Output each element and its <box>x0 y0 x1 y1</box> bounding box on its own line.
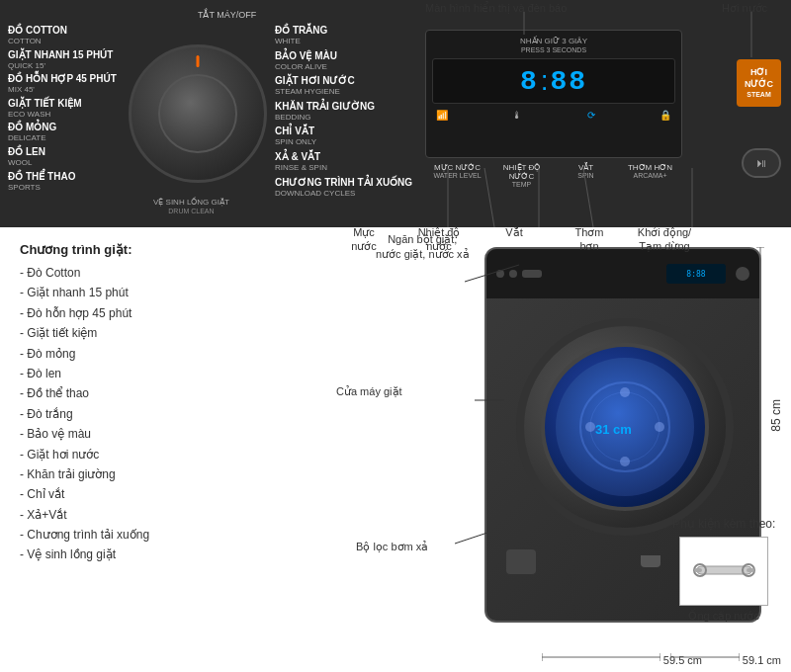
list-item: - Bảo vệ màu <box>20 424 311 444</box>
svg-point-9 <box>620 387 630 397</box>
program-cotton[interactable]: ĐỒ COTTON COTTON <box>8 25 117 46</box>
hose-image <box>692 551 756 591</box>
wifi-icon: 📶 <box>436 110 448 121</box>
temp-icon: 🌡 <box>512 110 522 121</box>
width1-line <box>542 650 660 664</box>
status-indicators: 📶 🌡 ⟳ 🔒 <box>432 110 675 121</box>
program-list: - Đò Cotton - Giặt nhanh 15 phút - Đò hỗ… <box>20 263 311 565</box>
program-bedding[interactable]: KHĂN TRẢI GIƯỜNG BEDDING <box>275 101 412 123</box>
program-eco[interactable]: GIẶT TIẾT KIỆM ECO WASH <box>8 98 117 120</box>
width2-line <box>670 650 740 664</box>
filter-label: Bộ lọc bơm xả <box>356 541 428 553</box>
start-pause-button[interactable]: ⏯ <box>742 148 781 178</box>
steam-button[interactable]: HƠI NƯỚC STEAM <box>737 59 781 107</box>
start-pause-annotation: Khởi động/Tạm dừng <box>627 225 702 254</box>
list-item: - Đò Cotton <box>20 263 311 283</box>
door-label: Cửa máy giặt <box>336 385 402 398</box>
water-level-annotation: Mựcnước <box>326 225 401 254</box>
main-content: Chương trình giặt: - Đò Cotton - Giặt nh… <box>0 227 791 672</box>
dial-indicator <box>197 55 200 67</box>
machine-knob <box>522 270 542 278</box>
list-item: - Đò trắng <box>20 404 311 424</box>
list-item: - Giặt nhanh 15 phút <box>20 283 311 302</box>
accessory-section: Phụ kiện kèm theo: Ống cấp nước <box>672 517 775 623</box>
height-label: 85 cm <box>769 399 783 432</box>
dial-inner-ring <box>158 74 237 153</box>
program-title: Chương trình giặt: <box>20 242 311 257</box>
arcama-label[interactable]: THƠM HƠN ARCAMA+ <box>618 163 682 188</box>
width2-label: 59.1 cm <box>743 654 781 666</box>
program-spin-only[interactable]: CHỈ VẮT SPIN ONLY <box>275 126 412 147</box>
digit-right: 88 <box>550 66 587 97</box>
machine-button <box>736 267 749 281</box>
program-steam-hygiene[interactable]: GIẶT HƠI NƯỚC STEAM HYGIENE <box>275 75 412 97</box>
list-item: - Giặt tiết kiệm <box>20 323 311 343</box>
display-annotation-label: Màn hình hiển thị và đèn báo <box>425 2 567 15</box>
list-item: - Xả+Vắt <box>20 505 311 525</box>
program-download[interactable]: CHƯƠNG TRÌNH TẢI XUỐNG DOWNLOAD CYCLES <box>275 177 412 199</box>
control-bottom-labels: Mực nước WATER LEVEL NHIỆT ĐỘ NƯỚC TEMP … <box>425 163 682 188</box>
steam-annotation-label: Hơi nước <box>722 2 767 15</box>
tat-may-label: TẮT MÁY/OFF <box>198 10 256 20</box>
program-mix45[interactable]: ĐỒ HỖN HỢP 45 PHÚT MIX 45' <box>8 73 117 95</box>
spin-label[interactable]: VẮT SPIN <box>554 163 618 188</box>
temp-annotation: Nhiệt độnước <box>401 225 477 254</box>
press-instruction: NHẤN GIỮ 3 GIÂY PRESS 3 SECONDS <box>432 37 675 54</box>
list-item: - Chương trình tải xuống <box>20 525 311 545</box>
machine-display: 8:88 <box>666 264 726 284</box>
machine-dot-1 <box>496 270 504 278</box>
list-item: - Đò len <box>20 364 311 383</box>
accessory-box <box>679 537 768 606</box>
control-panel: TẮT MÁY/OFF ĐỒ COTTON COTTON GIẶT NHANH … <box>0 0 791 227</box>
program-white[interactable]: ĐỒ TRẮNG WHITE <box>275 25 412 46</box>
machine-illustration-panel: Ngăn bột giặt,nước giặt, nước xả 8:88 <box>326 227 791 672</box>
left-program-labels: ĐỒ COTTON COTTON GIẶT NHANH 15 PHÚT QUIC… <box>8 25 117 192</box>
play-pause-icon: ⏯ <box>755 156 767 170</box>
drum-clean-label: VỆ SINH LỒNG GIẶT DRUM CLEAN <box>153 198 229 215</box>
list-item: - Đồ thể thao <box>20 383 311 403</box>
list-item: - Giặt hơi nước <box>20 445 311 464</box>
right-program-labels: ĐỒ TRẮNG WHITE BẢO VỆ MÀU COLOR ALIVE GI… <box>275 25 412 198</box>
water-level-label[interactable]: Mực nước WATER LEVEL <box>425 163 489 188</box>
program-delicate[interactable]: ĐỒ MỎNG DELICATE <box>8 122 117 143</box>
svg-rect-28 <box>694 568 702 572</box>
filter-cover <box>506 549 536 574</box>
colon-separator: : <box>541 65 549 97</box>
bottom-control-annotations: Mựcnước Nhiệt độnước Vắt Thơmhơn Khởi độ… <box>326 225 702 254</box>
accessory-item-label: Ống cấp nước <box>672 610 775 623</box>
display-panel: NHẤN GIỮ 3 GIÂY PRESS 3 SECONDS 8 : 88 📶… <box>425 30 682 158</box>
spin-annotation: Vắt <box>477 225 552 254</box>
machine-dot-2 <box>509 270 517 278</box>
machine-top-panel: 8:88 <box>486 249 759 298</box>
list-item: - Vệ sinh lồng giặt <box>20 545 311 564</box>
program-color-alive[interactable]: BẢO VỆ MÀU COLOR ALIVE <box>275 50 412 72</box>
list-item: - Đò hỗn hợp 45 phút <box>20 303 311 323</box>
spin-icon: ⟳ <box>587 110 595 121</box>
program-wool[interactable]: ĐỒ LEN WOOL <box>8 146 117 168</box>
time-display: 8 : 88 <box>432 58 675 104</box>
thom-hon-annotation: Thơmhơn <box>552 225 627 254</box>
svg-point-10 <box>655 422 664 432</box>
svg-point-12 <box>585 422 595 432</box>
program-quick15[interactable]: GIẶT NHANH 15 PHÚT QUICK 15' <box>8 49 117 71</box>
digit-left: 8 <box>520 66 539 97</box>
program-list-panel: Chương trình giặt: - Đò Cotton - Giặt nh… <box>0 227 326 672</box>
width2-dimension: 59.1 cm <box>670 650 781 667</box>
program-rinse-spin[interactable]: XẢ & VẮT RINSE & SPIN <box>275 151 412 173</box>
list-item: - Đò mỏng <box>20 344 311 364</box>
door-diameter-label: 31 cm <box>595 422 632 437</box>
list-item: - Chỉ vắt <box>20 484 311 504</box>
svg-point-11 <box>620 457 630 466</box>
temp-label[interactable]: NHIỆT ĐỘ NƯỚC TEMP <box>489 163 554 188</box>
lock-icon: 🔒 <box>659 110 671 121</box>
program-dial[interactable] <box>129 44 267 183</box>
accessory-title: Phụ kiện kèm theo: <box>672 517 775 531</box>
foot-left <box>641 555 660 567</box>
program-sports[interactable]: ĐỒ THỂ THAO SPORTS <box>8 171 117 193</box>
list-item: - Khăn trải giường <box>20 464 311 484</box>
svg-rect-29 <box>747 568 754 572</box>
